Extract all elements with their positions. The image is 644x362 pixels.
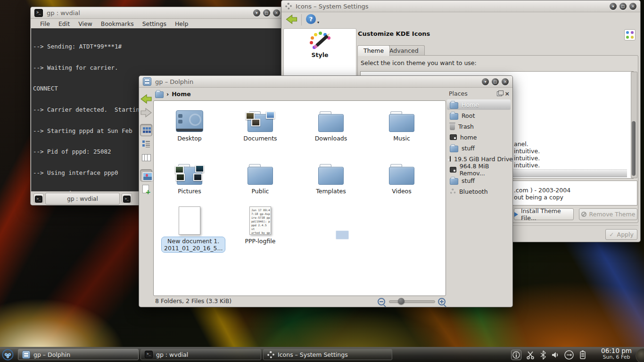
forward-button[interactable] — [140, 107, 152, 119]
maximize-button[interactable]: □ — [492, 78, 499, 85]
home-folder-icon — [155, 91, 164, 98]
drive-icon — [450, 134, 457, 140]
back-button[interactable] — [140, 93, 152, 106]
split-view-button[interactable] — [140, 183, 152, 195]
place-item-root[interactable]: Root — [447, 110, 511, 121]
list-text-fragment: intuitive. — [514, 155, 540, 162]
minimize-button[interactable]: ▾ — [610, 3, 617, 10]
back-icon[interactable] — [285, 14, 298, 25]
places-title: Places — [449, 90, 468, 97]
breadcrumb-home[interactable]: Home — [172, 90, 191, 98]
terminal-icon: >_ — [145, 351, 153, 358]
dolphin-titlebar[interactable]: gp – Dolphin ▾ □ × — [139, 76, 512, 88]
folder-icon — [389, 164, 414, 185]
columns-view-button[interactable] — [140, 151, 152, 164]
place-item-stuff2[interactable]: stuff — [447, 175, 511, 186]
settings-title: Icons – System Settings — [296, 3, 369, 10]
konsole-tab[interactable]: gp : wvdial — [45, 193, 120, 205]
home-folder-icon — [450, 102, 458, 109]
folder-label: Downloads — [303, 135, 359, 142]
folder-item[interactable]: Public — [232, 158, 289, 195]
clock[interactable]: 06:10 pm Sun, 6 Feb — [601, 348, 632, 360]
place-item-removable[interactable]: 964.8 MiB Remov... — [447, 165, 511, 175]
close-panel-icon[interactable]: × — [505, 90, 510, 97]
place-item-bluetooth[interactable]: Bluetooth — [447, 186, 511, 197]
klipper-scissors-icon[interactable] — [526, 350, 535, 360]
preview-button[interactable] — [140, 169, 152, 181]
breadcrumb[interactable]: › Home — [155, 90, 191, 98]
menu-settings[interactable]: Settings — [142, 20, 166, 27]
battery-icon[interactable] — [578, 350, 587, 360]
maximize-button[interactable]: □ — [263, 9, 270, 16]
zoom-slider-knob[interactable] — [398, 298, 405, 304]
usb-device-notifier-icon[interactable] — [564, 350, 574, 360]
file-item[interactable]: Jan 17 09:47:18 gp-Asp ire-5738 pppd[194… — [232, 206, 289, 245]
apply-button[interactable]: ✓ Apply — [605, 229, 637, 240]
details-view-button[interactable] — [140, 138, 152, 150]
chevron-down-icon[interactable]: ▾ — [317, 20, 319, 25]
scrollbar-thumb[interactable] — [632, 121, 636, 176]
menu-help[interactable]: Help — [175, 20, 189, 27]
install-theme-button[interactable]: Install Theme File... — [514, 208, 574, 220]
help-icon[interactable]: ? — [306, 14, 316, 24]
terminal-line: --> Sending: ATDT*99***1# — [33, 43, 283, 50]
desktop-wallpaper: >_ gp : wvdial ▾ □ × File Edit View Book… — [0, 0, 644, 362]
place-item-stuff[interactable]: stuff — [447, 143, 511, 153]
icons-view-button[interactable] — [140, 124, 152, 136]
overview-button[interactable] — [624, 29, 636, 41]
settings-titlebar[interactable]: Icons – System Settings ▾ □ × — [281, 0, 640, 12]
selected-file-label: New document 1.2011_01_20_16_5... — [161, 237, 225, 253]
dolphin-icon — [22, 351, 30, 359]
close-button[interactable]: × — [502, 78, 509, 85]
folder-item[interactable]: Documents — [232, 106, 289, 142]
folder-item[interactable]: Music — [373, 106, 430, 142]
places-header: Places × — [446, 89, 512, 100]
menu-file[interactable]: File — [40, 20, 50, 27]
remove-theme-label: Remove Theme — [589, 211, 636, 218]
tab-theme[interactable]: Theme — [357, 45, 390, 56]
bluetooth-icon[interactable] — [539, 350, 547, 360]
task-konsole[interactable]: >_ gp : wvdial — [140, 349, 261, 360]
folder-icon — [450, 146, 458, 152]
zoom-out-icon[interactable] — [378, 298, 385, 305]
place-item-trash[interactable]: Trash — [447, 121, 511, 132]
folder-item[interactable]: Videos — [373, 158, 430, 195]
task-dolphin[interactable]: gp – Dolphin — [18, 349, 139, 360]
folder-view[interactable]: Desktop Documents Downloads Music — [153, 100, 446, 296]
toolbar-separator — [301, 14, 302, 25]
maximize-button[interactable]: □ — [619, 3, 627, 10]
zoom-in-icon[interactable] — [438, 298, 446, 305]
style-icon — [309, 32, 331, 50]
file-item-selected[interactable]: New document 1.2011_01_20_16_5... — [161, 206, 218, 253]
minimize-button[interactable]: ▾ — [253, 9, 260, 16]
remove-theme-button[interactable]: Remove Theme — [579, 208, 637, 220]
dolphin-window: gp – Dolphin ▾ □ × › Home — [139, 75, 513, 307]
close-button[interactable]: × — [273, 9, 280, 16]
forward-icon — [140, 107, 152, 118]
menu-bookmarks[interactable]: Bookmarks — [101, 20, 134, 27]
folder-icon — [318, 164, 344, 185]
place-item-home[interactable]: Home — [447, 99, 511, 110]
folder-item[interactable]: Downloads — [303, 106, 359, 142]
new-tab-button[interactable]: >_ — [33, 193, 44, 203]
detach-panel-icon[interactable] — [497, 91, 502, 96]
konsole-titlebar[interactable]: >_ gp : wvdial ▾ □ × — [31, 7, 284, 19]
panel-toolbox-cashew[interactable] — [636, 348, 644, 362]
konsole-menubar: File Edit View Bookmarks Settings Help — [31, 19, 284, 29]
task-system-settings[interactable]: Icons – System Settings — [263, 349, 392, 360]
menu-view[interactable]: View — [78, 20, 92, 27]
close-button[interactable]: × — [629, 3, 636, 10]
zoom-slider[interactable] — [389, 300, 435, 303]
place-item-home-dev[interactable]: home — [447, 132, 511, 142]
folder-item[interactable]: Pictures — [161, 158, 218, 195]
sidebar-item-style[interactable]: Style — [284, 32, 356, 58]
minimize-button[interactable]: ▾ — [482, 78, 489, 85]
launcher-icon[interactable] — [1, 348, 14, 361]
folder-item[interactable]: Templates — [303, 158, 359, 195]
info-tray-icon[interactable] — [511, 350, 521, 360]
folder-item[interactable]: Desktop — [161, 106, 218, 142]
desktop-folder-icon — [176, 110, 203, 132]
menu-edit[interactable]: Edit — [58, 20, 70, 27]
tab-list-button[interactable]: >_ — [122, 193, 132, 203]
volume-icon[interactable] — [551, 351, 560, 359]
